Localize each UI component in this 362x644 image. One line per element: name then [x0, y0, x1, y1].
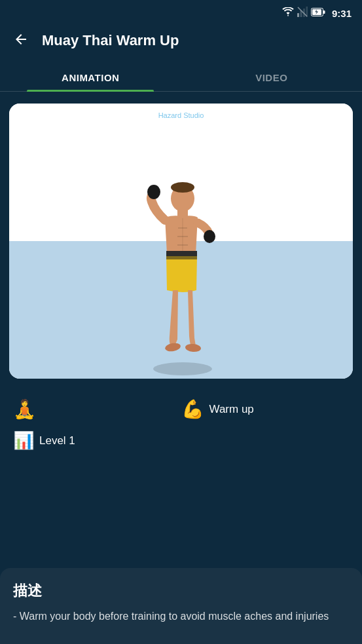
category-item: 🧘: [13, 398, 181, 420]
svg-point-14: [204, 230, 215, 243]
category-emoji: 🧘: [13, 398, 36, 420]
warmup-item: 💪 Warm up: [181, 398, 350, 420]
svg-point-21: [153, 362, 212, 375]
svg-point-15: [164, 342, 181, 352]
signal-icon: [297, 7, 308, 20]
tabs-container: ANIMATION VIDEO: [0, 63, 362, 92]
svg-rect-11: [166, 251, 197, 256]
description-text: - Warm your body before training to avoi…: [13, 609, 349, 624]
status-icons: [282, 7, 325, 20]
description-panel: 描述 - Warm your body before training to a…: [0, 568, 362, 644]
warmup-label: Warm up: [209, 403, 254, 416]
info-row: 🧘 💪 Warm up: [0, 390, 362, 428]
svg-rect-7: [323, 10, 325, 14]
tab-animation[interactable]: ANIMATION: [0, 63, 181, 91]
svg-rect-12: [166, 256, 197, 259]
svg-rect-0: [297, 13, 299, 17]
warmup-emoji: 💪: [181, 398, 204, 420]
battery-icon: [311, 7, 325, 19]
animation-container: Hazard Studio: [9, 104, 353, 379]
level-row: 📊 Level 1: [0, 428, 362, 461]
status-time: 9:31: [332, 8, 352, 19]
description-title: 描述: [13, 581, 349, 601]
svg-point-16: [185, 343, 201, 352]
page-title: Muay Thai Warm Up: [42, 32, 179, 49]
tab-video[interactable]: VIDEO: [181, 63, 363, 91]
svg-line-4: [298, 7, 307, 16]
watermark: Hazard Studio: [158, 111, 204, 119]
level-label: Level 1: [39, 434, 75, 447]
status-bar: 9:31: [0, 0, 362, 24]
header: Muay Thai Warm Up: [0, 24, 362, 63]
svg-point-9: [171, 182, 194, 193]
back-button[interactable]: [10, 29, 31, 52]
fighter-figure: [136, 176, 227, 379]
level-emoji: 📊: [13, 430, 34, 451]
svg-point-13: [147, 185, 160, 199]
wifi-icon: [282, 7, 294, 19]
